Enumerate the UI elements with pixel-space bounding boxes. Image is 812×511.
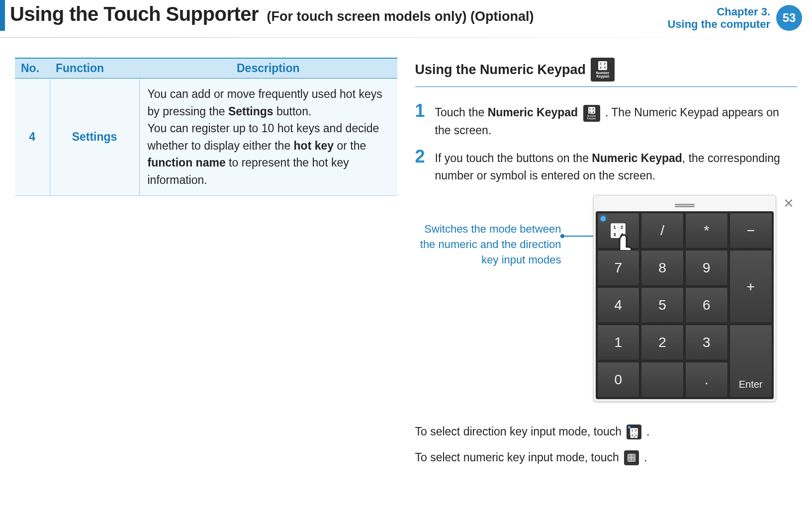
right-column: Using the Numeric Keypad 1234 Number Key… — [415, 58, 798, 473]
header-right: Chapter 3. Using the computer 53 — [667, 3, 802, 31]
cell-description: You can add or move frequently used hot … — [139, 79, 397, 196]
numeric-keypad-window: ✕ 1234 / * − 7 — [593, 195, 776, 402]
direction-mode-note: To select direction key input mode, touc… — [415, 422, 798, 442]
key-3[interactable]: 3 — [685, 325, 728, 360]
key-4[interactable]: 4 — [597, 287, 640, 323]
desc-para-2: You can register up to 10 hot keys and d… — [148, 120, 389, 188]
page-title: Using the Touch Supporter (For touch scr… — [10, 3, 534, 25]
keypad-grid-icon: 1234 — [588, 107, 595, 114]
numeric-keypad-icon: 1234 Number Keypad — [583, 105, 600, 122]
table-row: 4 Settings You can add or move frequentl… — [15, 79, 397, 196]
keypad-figure: Switches the mode between the numeric an… — [415, 195, 798, 402]
key-enter[interactable]: Enter — [729, 325, 772, 398]
close-icon[interactable]: ✕ — [783, 196, 794, 211]
cell-no: 4 — [15, 79, 50, 196]
keypad-frame: 1234 / * − 7 8 9 + 4 5 — [593, 195, 776, 402]
keypad-grid-icon: 1234 — [598, 61, 607, 70]
chapter-line-2: Using the computer — [667, 18, 770, 30]
step-2-text: If you touch the buttons on the Numeric … — [435, 150, 798, 184]
step-number: 2 — [415, 148, 428, 184]
key-0[interactable]: 0 — [597, 362, 640, 398]
key-9[interactable]: 9 — [685, 250, 728, 286]
functions-table: No. Function Description 4 Settings You … — [15, 58, 397, 196]
keypad-body: 1234 / * − 7 8 9 + 4 5 — [596, 211, 774, 399]
section-heading: Using the Numeric Keypad 1234 Number Key… — [415, 58, 798, 87]
col-header-function: Function — [50, 58, 139, 79]
left-column: No. Function Description 4 Settings You … — [15, 58, 397, 473]
numeric-keypad-icon: 1234 Number Keypad — [591, 58, 615, 82]
key-divide[interactable]: / — [641, 213, 684, 249]
steps-list: 1 Touch the Numeric Keypad 1234 Number K… — [415, 104, 798, 184]
desc-para-1: You can add or move frequently used hot … — [148, 85, 389, 120]
key-dot[interactable]: . — [685, 362, 728, 398]
key-multiply[interactable]: * — [685, 213, 728, 249]
page-title-main: Using the Touch Supporter — [10, 3, 259, 25]
mode-toggle-key[interactable]: 1234 — [597, 213, 640, 249]
page-title-sub: (For touch screen models only) (Optional… — [267, 3, 534, 24]
keypad-grid-icon — [628, 454, 635, 462]
numeric-mode-note: To select numeric key input mode, touch … — [415, 447, 798, 468]
key-6[interactable]: 6 — [685, 287, 728, 323]
content-area: No. Function Description 4 Settings You … — [0, 38, 812, 473]
keypad-grid-icon: 1234 — [630, 428, 638, 436]
chapter-line-1: Chapter 3. — [667, 5, 770, 18]
mode-led-icon — [601, 216, 606, 221]
numeric-mode-icon — [624, 450, 639, 465]
section-heading-text: Using the Numeric Keypad — [415, 62, 586, 78]
keypad-grid-icon: 1234 — [611, 223, 626, 238]
col-header-description: Description — [139, 58, 397, 79]
key-2[interactable]: 2 — [641, 325, 684, 360]
mode-switch-callout: Switches the mode between the numeric an… — [415, 195, 564, 267]
step-1-text: Touch the Numeric Keypad 1234 Number Key… — [435, 104, 798, 139]
key-plus[interactable]: + — [729, 250, 772, 323]
key-1[interactable]: 1 — [597, 325, 640, 360]
key-8[interactable]: 8 — [641, 250, 684, 286]
direction-mode-icon: 1234 — [627, 425, 641, 439]
step-number: 1 — [415, 102, 428, 139]
step-1: 1 Touch the Numeric Keypad 1234 Number K… — [415, 104, 798, 139]
key-5[interactable]: 5 — [641, 287, 684, 323]
chapter-label: Chapter 3. Using the computer — [667, 5, 770, 31]
col-header-no: No. — [15, 58, 50, 79]
key-7[interactable]: 7 — [597, 250, 640, 286]
callout-leader-line — [564, 236, 593, 237]
keypad-drag-handle[interactable] — [596, 197, 774, 211]
page-number-badge: 53 — [776, 5, 802, 31]
header-accent-bar — [0, 0, 5, 31]
key-minus[interactable]: − — [729, 213, 772, 249]
page-header: Using the Touch Supporter (For touch scr… — [0, 0, 812, 38]
keypad-icon-label: Number Keypad — [591, 71, 615, 78]
cell-function: Settings — [50, 79, 139, 196]
step-2: 2 If you touch the buttons on the Numeri… — [415, 150, 798, 184]
key-blank[interactable] — [641, 362, 684, 398]
